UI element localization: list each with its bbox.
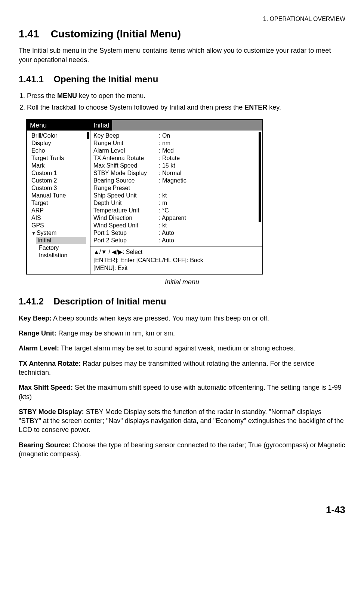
section-name: Customizing (Initial Menu): [51, 28, 181, 40]
description-item: STBY Mode Display: STBY Mode Display set…: [19, 407, 345, 435]
setting-value: : kt: [159, 192, 167, 199]
subsection-2-title: 1.41.2 Description of Initial menu: [19, 295, 345, 307]
settings-row: Alarm Level: Med: [93, 147, 259, 154]
settings-row: Ship Speed Unit: kt: [93, 192, 259, 199]
description-label: Alarm Level:: [19, 344, 59, 352]
subsection-2-number: 1.41.2: [19, 296, 44, 306]
menu-hints: ▲/▼ / ◀/▶: Select [ENTER]: Enter [CANCEL…: [90, 246, 262, 274]
setting-label: Temperature Unit: [93, 207, 159, 214]
setting-value: : Med: [159, 147, 174, 154]
setting-label: Max Shift Speed: [93, 162, 159, 169]
setting-label: Range Unit: [93, 140, 159, 147]
menu-subitem: Installation: [30, 252, 90, 259]
steps-list: Press the MENU key to open the menu. Rol…: [19, 91, 345, 112]
description-item: Range Unit: Range may be shown in nm, km…: [19, 329, 345, 338]
menu-item: Target: [30, 199, 90, 207]
description-item: TX Antenna Rotate: Radar pulses may be t…: [19, 359, 345, 377]
page-number: 1-43: [19, 503, 345, 517]
left-scrollbar: [87, 132, 89, 139]
section-intro: The Initial sub menu in the System menu …: [19, 46, 345, 64]
setting-value: : nm: [159, 140, 170, 147]
setting-value: : Rotate: [159, 154, 180, 162]
settings-row: Temperature Unit: °C: [93, 207, 259, 214]
setting-label: Depth Unit: [93, 199, 159, 207]
setting-value: : Auto: [159, 229, 174, 237]
menu-item: Manual Tune: [30, 192, 90, 199]
description-label: Key Beep:: [19, 315, 52, 322]
description-text: A beep sounds when keys are pressed. You…: [52, 315, 269, 322]
settings-row: Wind Speed Unit: kt: [93, 222, 259, 229]
settings-row: Bearing Source: Magnetic: [93, 177, 259, 184]
settings-row: Wind Direction: Apparent: [93, 214, 259, 222]
settings-row: Max Shift Speed: 15 kt: [93, 162, 259, 169]
menu-left-title: Menu: [27, 120, 90, 131]
description-label: TX Antenna Rotate:: [19, 360, 81, 367]
description-item: Bearing Source: Choose the type of beari…: [19, 441, 345, 459]
settings-row: Port 2 Setup: Auto: [93, 237, 259, 244]
setting-value: : m: [159, 199, 167, 207]
setting-label: Wind Speed Unit: [93, 222, 159, 229]
menu-item-selected: Initial: [36, 237, 86, 244]
step-2: Roll the trackball to choose System foll…: [27, 103, 345, 112]
figure-caption: Initial menu: [19, 278, 345, 286]
step-1: Press the MENU key to open the menu.: [27, 91, 345, 100]
right-scrollbar: [259, 132, 261, 222]
menu-left-panel: Brill/ColorDisplayEchoTarget TrailsMarkC…: [27, 131, 90, 274]
setting-label: Wind Direction: [93, 214, 159, 222]
settings-row: Key Beep: On: [93, 132, 259, 140]
menu-item: Display: [30, 140, 90, 147]
section-title: 1.41 Customizing (Initial Menu): [19, 27, 345, 41]
settings-row: Depth Unit: m: [93, 199, 259, 207]
menu-figure: Menu Initial Brill/ColorDisplayEchoTarge…: [26, 119, 263, 275]
menu-item: Brill/Color: [30, 132, 90, 140]
hint-line-1: ▲/▼ / ◀/▶: Select: [93, 248, 259, 256]
setting-value: : °C: [159, 207, 169, 214]
menu-item: GPS: [30, 222, 90, 229]
menu-item-system: System: [30, 229, 90, 237]
menu-item: Mark: [30, 162, 90, 169]
setting-label: TX Antenna Rotate: [93, 154, 159, 162]
setting-value: : Auto: [159, 237, 174, 244]
description-label: STBY Mode Display:: [19, 408, 84, 416]
menu-item: Echo: [30, 147, 90, 154]
setting-value: : On: [159, 132, 170, 140]
description-item: Alarm Level: The target alarm may be set…: [19, 344, 345, 353]
menu-right-title: Initial: [90, 120, 112, 131]
menu-item: Target Trails: [30, 154, 90, 162]
subsection-1-title: 1.41.1 Opening the Initial menu: [19, 73, 345, 85]
description-label: Bearing Source:: [19, 441, 71, 449]
settings-row: TX Antenna Rotate: Rotate: [93, 154, 259, 162]
menu-subitem: Factory: [30, 244, 90, 252]
setting-label: Port 1 Setup: [93, 229, 159, 237]
setting-value: : Normal: [159, 169, 181, 177]
menu-item: ARP: [30, 207, 90, 214]
setting-value: : Apparent: [159, 214, 186, 222]
setting-label: STBY Mode Display: [93, 169, 159, 177]
section-number: 1.41: [19, 28, 39, 40]
description-label: Max Shift Speed:: [19, 384, 73, 391]
menu-header: Menu Initial: [27, 120, 262, 131]
description-item: Key Beep: A beep sounds when keys are pr…: [19, 314, 345, 323]
setting-value: : Magnetic: [159, 177, 186, 184]
subsection-1-name: Opening the Initial menu: [53, 74, 158, 84]
hint-line-3: [MENU]: Exit: [93, 264, 259, 272]
menu-item: Custom 2: [30, 177, 90, 184]
description-text: Range may be shown in nm, km or sm.: [56, 330, 175, 337]
menu-item: Custom 3: [30, 184, 90, 192]
settings-row: Range Preset: [93, 184, 259, 192]
subsection-2-name: Description of Initial menu: [53, 296, 166, 306]
menu-item: AIS: [30, 214, 90, 222]
setting-label: Alarm Level: [93, 147, 159, 154]
description-item: Max Shift Speed: Set the maximum shift s…: [19, 383, 345, 401]
setting-label: Bearing Source: [93, 177, 159, 184]
description-text: The target alarm may be set to sound aga…: [59, 344, 295, 352]
setting-label: Key Beep: [93, 132, 159, 140]
settings-row: Port 1 Setup: Auto: [93, 229, 259, 237]
settings-row: Range Unit: nm: [93, 140, 259, 147]
menu-item: Custom 1: [30, 169, 90, 177]
chapter-header: 1. OPERATIONAL OVERVIEW: [19, 15, 345, 23]
setting-value: : 15 kt: [159, 162, 175, 169]
setting-label: Ship Speed Unit: [93, 192, 159, 199]
setting-label: Port 2 Setup: [93, 237, 159, 244]
subsection-1-number: 1.41.1: [19, 74, 44, 84]
